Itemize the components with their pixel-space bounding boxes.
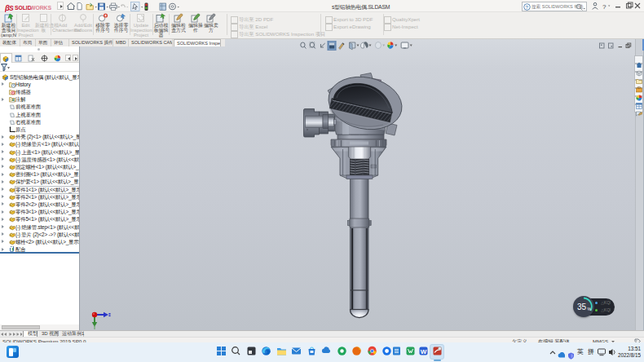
svg-text:35: 35	[577, 302, 587, 311]
svg-text:?: ?	[602, 3, 607, 11]
svg-text:?: ?	[526, 4, 529, 9]
svg-text:SOLID: SOLID	[15, 5, 32, 11]
svg-text:W: W	[421, 348, 427, 355]
svg-text:WORKS: WORKS	[30, 5, 51, 11]
svg-text:S: S	[9, 4, 14, 12]
svg-text:%: %	[588, 307, 592, 311]
